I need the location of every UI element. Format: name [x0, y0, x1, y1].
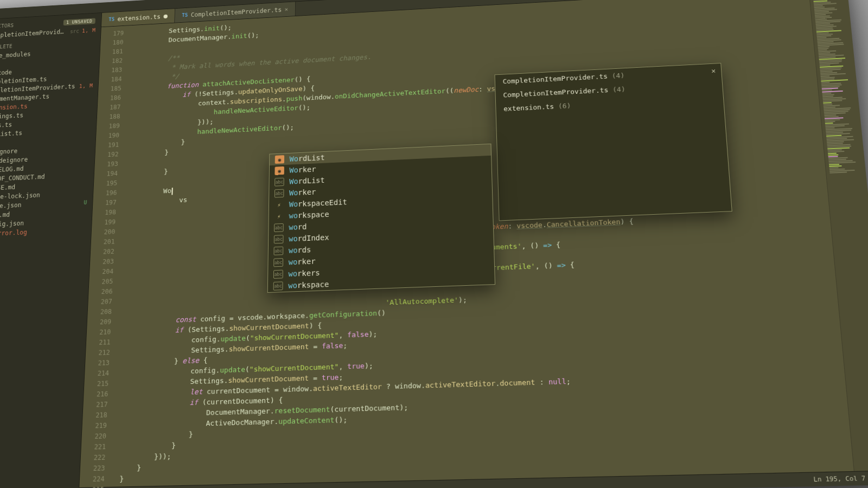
- suggest-kind-icon: abc: [273, 270, 283, 279]
- suggest-kind-icon: ◉: [275, 166, 284, 175]
- editor-area: TS extension.ts TS CompletionItemProvide…: [79, 0, 868, 488]
- close-icon[interactable]: ✕: [285, 6, 288, 12]
- ts-icon: TS: [182, 12, 188, 18]
- modified-dot-icon: [163, 14, 168, 18]
- editor-window: extension.ts OPEN EDITORS 1 UNSAVED TS C…: [0, 0, 868, 488]
- ts-icon: TS: [108, 16, 114, 22]
- suggest-kind-icon: ⚡: [275, 201, 284, 209]
- suggest-kind-icon: abc: [273, 247, 283, 255]
- suggest-kind-icon: ◉: [275, 155, 284, 164]
- unsaved-badge: 1 UNSAVED: [63, 18, 95, 25]
- suggest-kind-icon: abc: [274, 235, 284, 243]
- suggest-kind-icon: abc: [275, 178, 284, 187]
- close-icon[interactable]: ✕: [711, 67, 716, 75]
- suggest-kind-icon: abc: [275, 189, 284, 198]
- suggest-kind-icon: ⚡: [274, 212, 284, 221]
- suggest-kind-icon: abc: [273, 281, 283, 290]
- suggest-kind-icon: abc: [274, 223, 284, 232]
- intellisense-popup[interactable]: ◉WordList◉WorkerabcWordListabcWorker⚡Wor…: [267, 144, 495, 293]
- references-panel[interactable]: ✕ CompletionItemProvider.ts (4)Completio…: [495, 63, 732, 221]
- cursor-position[interactable]: Ln 195, Col 7: [813, 474, 866, 483]
- suggest-kind-icon: abc: [273, 258, 283, 267]
